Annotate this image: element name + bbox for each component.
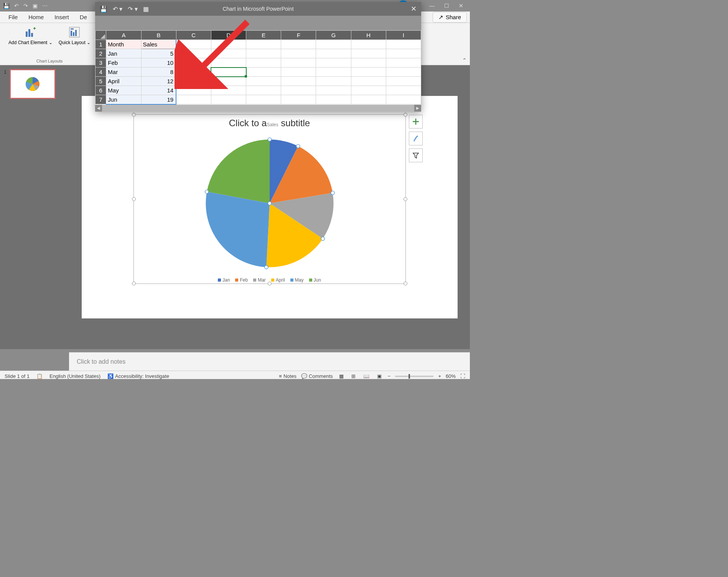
redo-icon[interactable]: ↷ ▾ <box>128 5 137 13</box>
slide-canvas[interactable]: Click to aSales subtitle <box>82 96 458 318</box>
col-header-i[interactable]: I <box>386 31 421 40</box>
cell[interactable] <box>211 86 246 95</box>
cell[interactable] <box>316 40 351 49</box>
cell[interactable] <box>281 77 316 86</box>
cell[interactable] <box>316 86 351 95</box>
cell-b5[interactable]: 12 <box>141 77 176 86</box>
cell[interactable] <box>246 40 281 49</box>
pie-chart[interactable] <box>134 132 405 274</box>
subtitle-placeholder[interactable]: Click to aSales subtitle <box>134 118 405 129</box>
row-header-4[interactable]: 4 <box>96 68 106 77</box>
zoom-level[interactable]: 60% <box>446 373 456 379</box>
select-all-button[interactable] <box>96 31 106 40</box>
add-chart-element-button[interactable]: Add Chart Element ⌄ <box>7 25 54 58</box>
horizontal-scrollbar[interactable]: ◀ ▶ <box>95 105 421 112</box>
resize-handle-tr[interactable] <box>404 113 407 117</box>
quick-layout-button[interactable]: Quick Layout ⌄ <box>57 25 92 58</box>
cell[interactable] <box>246 95 281 104</box>
accessibility-button[interactable]: ♿ Accessibility: Investigate <box>107 373 169 379</box>
close-button[interactable]: ✕ <box>455 2 467 10</box>
cell[interactable] <box>246 49 281 58</box>
cell[interactable] <box>351 77 386 86</box>
cell-a4[interactable]: Mar <box>106 68 141 77</box>
notes-divider[interactable] <box>69 349 470 352</box>
cell[interactable] <box>211 40 246 49</box>
resize-handle-r[interactable] <box>404 197 407 201</box>
zoom-out-button[interactable]: − <box>388 373 391 379</box>
normal-view-icon[interactable]: ▦ <box>338 373 345 379</box>
chart-window-close-button[interactable]: ✕ <box>411 5 417 13</box>
tab-home[interactable]: Home <box>23 12 49 22</box>
scroll-left-button[interactable]: ◀ <box>95 105 102 112</box>
cell[interactable] <box>176 68 211 77</box>
share-button[interactable]: ↗ Share <box>433 12 467 23</box>
cell-b7[interactable]: 19 <box>141 95 176 104</box>
cell-a2[interactable]: Jan <box>106 49 141 58</box>
maximize-button[interactable]: ☐ <box>441 2 452 10</box>
cell[interactable] <box>351 40 386 49</box>
cell[interactable] <box>211 95 246 104</box>
row-header-3[interactable]: 3 <box>96 58 106 68</box>
cell[interactable] <box>211 77 246 86</box>
col-header-e[interactable]: E <box>246 31 281 40</box>
cell-a7[interactable]: Jun <box>106 95 141 104</box>
cell[interactable] <box>246 58 281 68</box>
col-header-a[interactable]: A <box>106 31 141 40</box>
cell[interactable] <box>351 58 386 68</box>
save-icon[interactable]: 💾 <box>100 5 107 13</box>
zoom-slider[interactable] <box>395 376 433 377</box>
cell[interactable] <box>281 68 316 77</box>
cell-b4[interactable]: 8 <box>141 68 176 77</box>
cell[interactable] <box>386 86 421 95</box>
col-header-h[interactable]: H <box>351 31 386 40</box>
tab-file[interactable]: File <box>3 12 23 22</box>
col-header-d[interactable]: D <box>211 31 246 40</box>
cell-b6[interactable]: 14 <box>141 86 176 95</box>
cell[interactable] <box>386 40 421 49</box>
cell[interactable] <box>246 86 281 95</box>
tab-design[interactable]: De <box>74 12 92 22</box>
cell[interactable] <box>316 68 351 77</box>
cell[interactable] <box>316 77 351 86</box>
redo-icon[interactable]: ↷ <box>23 3 28 9</box>
scroll-right-button[interactable]: ▶ <box>414 105 421 112</box>
undo-icon[interactable]: ↶ ▾ <box>113 5 122 13</box>
row-header-7[interactable]: 7 <box>96 95 106 104</box>
slide-thumbnail-1[interactable]: 1 <box>4 69 65 99</box>
spreadsheet[interactable]: A B C D E F G H I 1 Month Sales 2 Jan 5 <box>95 30 421 112</box>
cell[interactable] <box>176 95 211 104</box>
edit-data-icon[interactable]: ▦ <box>143 5 149 13</box>
resize-handle-b[interactable] <box>268 282 272 285</box>
cell-d4-selected[interactable] <box>211 68 246 77</box>
fit-to-window-icon[interactable]: ⛶ <box>460 373 465 379</box>
reading-view-icon[interactable]: 📖 <box>362 373 371 379</box>
chart-filters-button[interactable] <box>409 148 423 162</box>
cell[interactable] <box>386 77 421 86</box>
language-indicator[interactable]: English (United States) <box>49 373 100 379</box>
cell-b2[interactable]: 5 <box>141 49 176 58</box>
cell[interactable] <box>176 40 211 49</box>
notes-button[interactable]: ≡ Notes <box>279 373 296 379</box>
row-header-5[interactable]: 5 <box>96 77 106 86</box>
col-header-f[interactable]: F <box>281 31 316 40</box>
slideshow-icon[interactable]: ▣ <box>33 3 38 9</box>
chart-elements-button[interactable] <box>409 115 423 129</box>
slideshow-view-icon[interactable]: ▣ <box>376 373 383 379</box>
undo-icon[interactable]: ↶ <box>14 3 19 9</box>
cell[interactable] <box>281 49 316 58</box>
cell[interactable] <box>386 49 421 58</box>
resize-handle-bl[interactable] <box>132 282 136 285</box>
col-header-b[interactable]: B <box>141 31 176 40</box>
more-icon[interactable]: ⋯ <box>42 3 48 9</box>
cell[interactable] <box>351 86 386 95</box>
resize-handle-tl[interactable] <box>132 113 136 117</box>
cell[interactable] <box>386 68 421 77</box>
cell-a3[interactable]: Feb <box>106 58 141 68</box>
slide-sorter-view-icon[interactable]: ⊞ <box>350 373 357 379</box>
cell[interactable] <box>316 49 351 58</box>
cell[interactable] <box>386 95 421 104</box>
comments-button[interactable]: 💬 Comments <box>301 373 333 379</box>
cell[interactable] <box>281 95 316 104</box>
cell-b3[interactable]: 10 <box>141 58 176 68</box>
collapse-ribbon-icon[interactable]: ⌃ <box>462 57 467 63</box>
